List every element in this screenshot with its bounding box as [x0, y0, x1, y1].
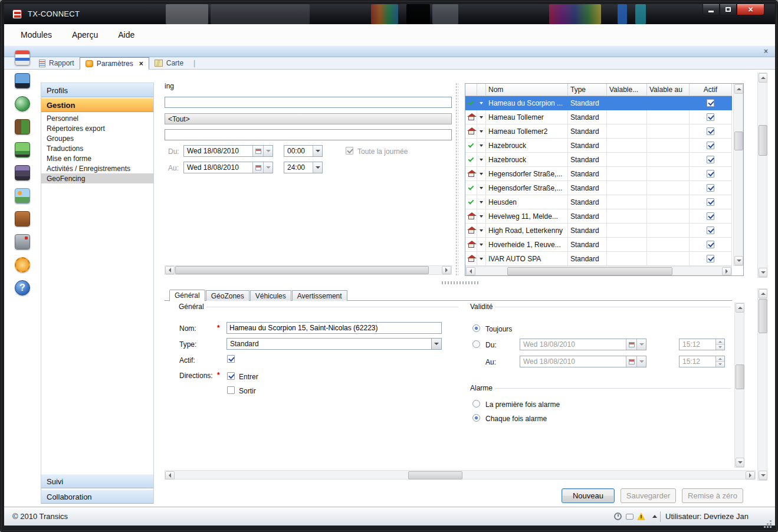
table-row[interactable]: HazebrouckStandard: [465, 153, 732, 167]
scroll-thumb[interactable]: [408, 471, 462, 480]
detail-tab-v-hicules[interactable]: Véhicules: [250, 290, 291, 301]
column-header-nom[interactable]: Nom: [486, 84, 568, 96]
row-dropdown-icon[interactable]: [477, 153, 486, 167]
nav-section-suivi[interactable]: Suivi: [41, 474, 153, 488]
nav-item-traductions[interactable]: Traductions: [41, 143, 153, 153]
chevron-down-icon[interactable]: [636, 339, 646, 350]
expand-icon[interactable]: [652, 515, 657, 518]
actif-checkbox[interactable]: [707, 241, 714, 248]
lower-vscrollbar[interactable]: [757, 288, 767, 481]
detail-vscrollbar[interactable]: [734, 303, 744, 468]
column-header-blank[interactable]: [465, 84, 477, 96]
scroll-up-button[interactable]: [736, 303, 744, 313]
sauvegarder-button[interactable]: Sauvegarder: [621, 488, 676, 503]
cell-actif[interactable]: [690, 252, 732, 266]
table-row[interactable]: Hameau Tollemer2Standard: [465, 124, 732, 139]
mailbox-icon[interactable]: [15, 234, 30, 249]
scroll-right-button[interactable]: [722, 267, 731, 275]
actif-checkbox[interactable]: [707, 156, 714, 163]
tab-rapport[interactable]: Rapport: [34, 57, 80, 69]
calendar-icon[interactable]: [626, 356, 636, 367]
cell-actif[interactable]: [690, 96, 732, 110]
tab-carte[interactable]: Carte: [149, 57, 189, 69]
grid-hscrollbar[interactable]: [465, 266, 732, 275]
settings-icon[interactable]: [15, 257, 30, 272]
cell-actif[interactable]: [690, 139, 732, 153]
cell-actif[interactable]: [690, 224, 732, 238]
filter-input-2[interactable]: [165, 129, 452, 140]
time-spinner[interactable]: [715, 356, 724, 367]
nav-item-geofencing[interactable]: GeoFencing: [41, 173, 153, 183]
spin-up[interactable]: [716, 339, 724, 345]
chevron-down-icon[interactable]: [263, 146, 273, 156]
cell-actif[interactable]: [690, 167, 732, 181]
du-date-field[interactable]: Wed 18/08/2010: [183, 145, 273, 157]
row-dropdown-icon[interactable]: [477, 238, 486, 252]
toujours-radio[interactable]: [472, 324, 480, 332]
scroll-up-button[interactable]: [759, 289, 767, 298]
row-dropdown-icon[interactable]: [477, 224, 486, 238]
actif-checkbox[interactable]: [707, 226, 714, 234]
scroll-thumb[interactable]: [759, 125, 767, 156]
column-header-type[interactable]: Type: [568, 84, 607, 96]
detail-tab-g-ozones[interactable]: GéoZones: [206, 290, 250, 301]
actif-checkbox[interactable]: [707, 127, 714, 135]
all-day-checkbox[interactable]: [346, 147, 353, 155]
alert-icon[interactable]: [637, 513, 645, 520]
au-time-combo[interactable]: 24:00: [284, 162, 323, 173]
cell-actif[interactable]: [690, 110, 732, 124]
actif-checkbox[interactable]: [707, 170, 714, 178]
table-row[interactable]: HeusdenStandard: [465, 195, 732, 209]
status-box-icon[interactable]: [626, 514, 633, 520]
scroll-down-button[interactable]: [759, 268, 767, 277]
menu-modules[interactable]: Modules: [21, 30, 52, 40]
scroll-thumb[interactable]: [736, 364, 744, 389]
nav-item-activit-s-enregistrements[interactable]: Activités / Enregistrements: [41, 163, 153, 173]
table-row[interactable]: IVAR AUTO SPAStandard: [465, 252, 732, 266]
column-header-blank[interactable]: [477, 84, 486, 96]
row-dropdown-icon[interactable]: [477, 181, 486, 195]
column-header-actif[interactable]: Actif: [690, 84, 732, 96]
detail-tab-g-n-ral[interactable]: Général: [169, 290, 205, 301]
trucks-icon[interactable]: [15, 119, 30, 134]
column-header-valable-[interactable]: Valable...: [607, 84, 647, 96]
reports-icon[interactable]: [15, 50, 30, 65]
help-icon[interactable]: ?: [15, 280, 30, 295]
grid-vscrollbar[interactable]: [733, 84, 743, 266]
actif-checkbox[interactable]: [707, 198, 714, 206]
tab-close-icon[interactable]: ×: [139, 60, 143, 68]
row-dropdown-icon[interactable]: [477, 167, 486, 181]
nav-section-gestion[interactable]: Gestion: [41, 98, 153, 112]
table-row[interactable]: Hoverheide 1, Reuve...Standard: [465, 238, 732, 252]
title-bar[interactable]: TX-CONNECT ×: [4, 4, 775, 24]
du-time-combo[interactable]: 00:00: [284, 145, 323, 157]
scanner-icon[interactable]: [15, 165, 30, 180]
spin-down[interactable]: [716, 362, 724, 367]
calendar-icon[interactable]: [626, 339, 636, 350]
nouveau-button[interactable]: Nouveau: [562, 488, 615, 503]
table-row[interactable]: HazebrouckStandard: [465, 139, 732, 153]
actif-checkbox[interactable]: [227, 355, 235, 363]
sortir-checkbox[interactable]: [227, 386, 235, 394]
bottom-hscrollbar[interactable]: [165, 470, 756, 480]
nom-input[interactable]: [226, 322, 442, 334]
actif-checkbox[interactable]: [707, 142, 714, 149]
scroll-thumb[interactable]: [507, 267, 672, 275]
validite-au-date[interactable]: Wed 18/08/2010: [520, 356, 646, 367]
scope-dropdown[interactable]: <Tout>: [165, 113, 452, 124]
chevron-down-icon[interactable]: [636, 356, 646, 367]
validite-du-date[interactable]: Wed 18/08/2010: [520, 339, 646, 350]
nav-item-personnel[interactable]: Personnel: [41, 113, 153, 123]
horizontal-splitter[interactable]: [442, 281, 480, 284]
scroll-up-button[interactable]: [734, 84, 743, 94]
calendar-icon[interactable]: [252, 162, 263, 173]
row-dropdown-icon[interactable]: [477, 209, 486, 224]
row-dropdown-icon[interactable]: [477, 124, 486, 139]
close-button[interactable]: ×: [737, 4, 764, 15]
nav-item-mise-en-forme[interactable]: Mise en forme: [41, 153, 153, 163]
upper-vscrollbar[interactable]: [757, 73, 767, 278]
entrer-checkbox[interactable]: [227, 372, 235, 380]
cell-actif[interactable]: [690, 195, 732, 209]
alarm-first-radio[interactable]: [472, 400, 480, 408]
minimize-button[interactable]: [703, 4, 720, 15]
